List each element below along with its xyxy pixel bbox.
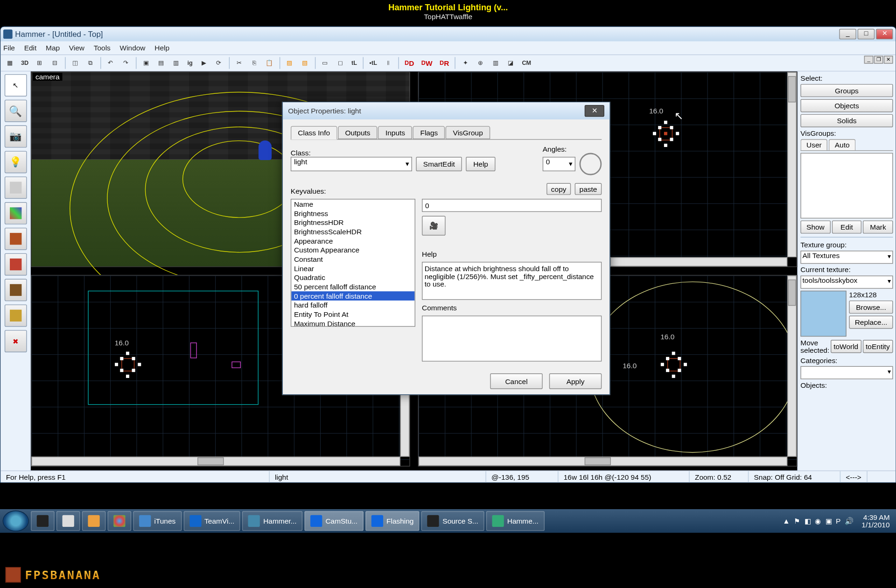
toggle3-icon[interactable]: ▥ bbox=[169, 56, 182, 70]
maximize-button[interactable]: □ bbox=[858, 29, 875, 39]
taskbar-explorer[interactable] bbox=[82, 511, 106, 531]
taskbar-hammer1[interactable]: Hammer... bbox=[242, 511, 302, 531]
keyvalue-item[interactable]: Linear bbox=[291, 264, 414, 273]
keyvalue-item[interactable]: 0 percent falloff distance bbox=[291, 291, 414, 301]
tl2-button[interactable]: •tL bbox=[367, 56, 380, 70]
clock[interactable]: 4:39 AM1/1/2010 bbox=[858, 513, 894, 529]
texgroup-combo[interactable]: All Textures bbox=[800, 251, 893, 264]
menu-map[interactable]: Map bbox=[46, 44, 60, 52]
tab-flags[interactable]: Flags bbox=[413, 126, 445, 139]
decal-tool[interactable] bbox=[4, 253, 27, 276]
keyvalue-item[interactable]: hard falloff bbox=[291, 301, 414, 310]
taskbar-camstudio[interactable]: CamStu... bbox=[304, 511, 363, 531]
keyvalue-item[interactable]: BrightnessScaleHDR bbox=[291, 227, 414, 236]
dialog-close-button[interactable]: ✕ bbox=[585, 105, 604, 117]
taskbar-flashing[interactable]: Flashing bbox=[365, 511, 420, 531]
select2-icon[interactable]: ◻ bbox=[334, 56, 347, 70]
tray-icon[interactable]: ▣ bbox=[826, 517, 832, 525]
paste-icon[interactable]: 📋 bbox=[263, 56, 276, 70]
cut-icon[interactable]: ✂ bbox=[232, 56, 245, 70]
apply-button[interactable]: Apply bbox=[549, 373, 602, 389]
toentity-button[interactable]: toEntity bbox=[862, 340, 893, 353]
undo-icon[interactable]: ↶ bbox=[104, 56, 117, 70]
grid-smaller-icon[interactable]: ⊞ bbox=[33, 56, 46, 70]
menu-file[interactable]: File bbox=[3, 44, 15, 52]
groups-button[interactable]: Groups bbox=[800, 84, 893, 97]
taskbar-chrome[interactable] bbox=[108, 511, 132, 531]
reload-icon[interactable]: ⟳ bbox=[212, 56, 225, 70]
comments-input[interactable] bbox=[422, 315, 602, 361]
tray-icon[interactable]: P bbox=[836, 517, 840, 525]
tab-visgroup[interactable]: VisGroup bbox=[446, 126, 490, 139]
dialog-titlebar[interactable]: Object Properties: light ✕ bbox=[283, 102, 609, 119]
globe-icon[interactable]: ⊕ bbox=[474, 56, 487, 70]
3d-icon[interactable]: 3D bbox=[18, 56, 31, 70]
menu-window[interactable]: Window bbox=[120, 44, 146, 52]
mark-button[interactable]: Mark bbox=[863, 220, 893, 233]
tray-flag-icon[interactable]: ⚑ bbox=[794, 517, 800, 525]
texture-tool[interactable] bbox=[4, 202, 27, 224]
taskbar-itunes[interactable]: iTunes bbox=[133, 511, 181, 531]
dw-button[interactable]: DW bbox=[419, 56, 435, 70]
toggle-icon[interactable]: ▣ bbox=[140, 56, 153, 70]
redo-icon[interactable]: ↷ bbox=[119, 56, 132, 70]
mdi-restore-button[interactable]: ❐ bbox=[874, 56, 883, 64]
keyvalue-item[interactable]: Maximum Distance bbox=[291, 319, 414, 327]
keyvalue-item[interactable]: 50 percent falloff distance bbox=[291, 282, 414, 292]
smartedit-button[interactable]: SmartEdit bbox=[416, 157, 462, 171]
toggle2-icon[interactable]: ▤ bbox=[154, 56, 168, 70]
scrollbar-h[interactable] bbox=[419, 456, 787, 466]
solids-button[interactable]: Solids bbox=[800, 114, 893, 127]
show-button[interactable]: Show bbox=[800, 220, 830, 233]
tl-button[interactable]: tL bbox=[349, 56, 359, 70]
mdi-minimize-button[interactable]: _ bbox=[864, 56, 874, 64]
keyvalue-item[interactable]: BrightnessHDR bbox=[291, 218, 414, 227]
minimize-button[interactable]: _ bbox=[839, 29, 856, 39]
cm-button[interactable]: CM bbox=[519, 56, 534, 70]
categories-combo[interactable] bbox=[800, 366, 893, 379]
camera-tool[interactable]: 📷 bbox=[4, 126, 27, 148]
help-button[interactable]: Help bbox=[466, 157, 496, 171]
tab-user[interactable]: User bbox=[800, 139, 827, 150]
keyvalue-item[interactable]: Brightness bbox=[291, 209, 414, 218]
value-input[interactable] bbox=[422, 199, 602, 212]
apply-texture-tool[interactable] bbox=[4, 228, 27, 250]
group-icon[interactable]: ⧉ bbox=[84, 56, 97, 70]
grid-larger-icon[interactable]: ⊟ bbox=[48, 56, 61, 70]
taskbar-hammer2[interactable]: Hamme... bbox=[486, 511, 545, 531]
block-tool[interactable] bbox=[4, 176, 27, 199]
taskbar-teamviewer[interactable]: TeamVi... bbox=[183, 511, 240, 531]
copy-button[interactable]: copy bbox=[546, 183, 571, 195]
menu-help[interactable]: Help bbox=[154, 44, 169, 52]
toworld-button[interactable]: toWorld bbox=[831, 340, 861, 353]
menu-edit[interactable]: Edit bbox=[24, 44, 37, 52]
box-icon[interactable]: ◪ bbox=[504, 56, 517, 70]
pick-button[interactable]: 🎥 bbox=[422, 216, 446, 236]
sparkle-icon[interactable]: ✦ bbox=[459, 56, 472, 70]
dd-button[interactable]: DD bbox=[402, 56, 417, 70]
taskbar-steam[interactable] bbox=[31, 511, 55, 531]
keyvalue-item[interactable]: Entity To Point At bbox=[291, 310, 414, 319]
taskbar-sourcesdk[interactable]: Source S... bbox=[421, 511, 484, 531]
titlebar[interactable]: Hammer - [Untitled - Top] _ □ ✕ bbox=[0, 27, 896, 42]
volume-icon[interactable]: 🔊 bbox=[845, 517, 854, 525]
visgroups-list[interactable] bbox=[800, 153, 893, 219]
radius-icon[interactable]: ▧ bbox=[298, 56, 311, 70]
tab-classinfo[interactable]: Class Info bbox=[291, 126, 337, 140]
keyvalue-item[interactable]: Appearance bbox=[291, 236, 414, 245]
entity-tool[interactable]: 💡 bbox=[4, 151, 27, 173]
grid-icon[interactable]: ▦ bbox=[3, 56, 16, 70]
tray-icon[interactable]: ◧ bbox=[805, 517, 811, 525]
bars-icon[interactable]: ▥ bbox=[489, 56, 502, 70]
vertex-tool[interactable]: ✖ bbox=[4, 330, 27, 352]
magnify-tool[interactable]: 🔍 bbox=[4, 100, 27, 122]
ig-button[interactable]: ig bbox=[185, 56, 195, 70]
select-icon[interactable]: ▭ bbox=[319, 56, 332, 70]
start-button[interactable] bbox=[3, 511, 29, 532]
scrollbar-v[interactable] bbox=[787, 72, 797, 257]
class-combo[interactable]: light bbox=[291, 157, 412, 171]
cordon-icon[interactable]: ▨ bbox=[283, 56, 296, 70]
menu-tools[interactable]: Tools bbox=[94, 44, 111, 52]
keyvalues-list[interactable]: NameBrightnessBrightnessHDRBrightnessSca… bbox=[291, 199, 415, 327]
tray-expand-icon[interactable]: ▲ bbox=[783, 517, 790, 525]
